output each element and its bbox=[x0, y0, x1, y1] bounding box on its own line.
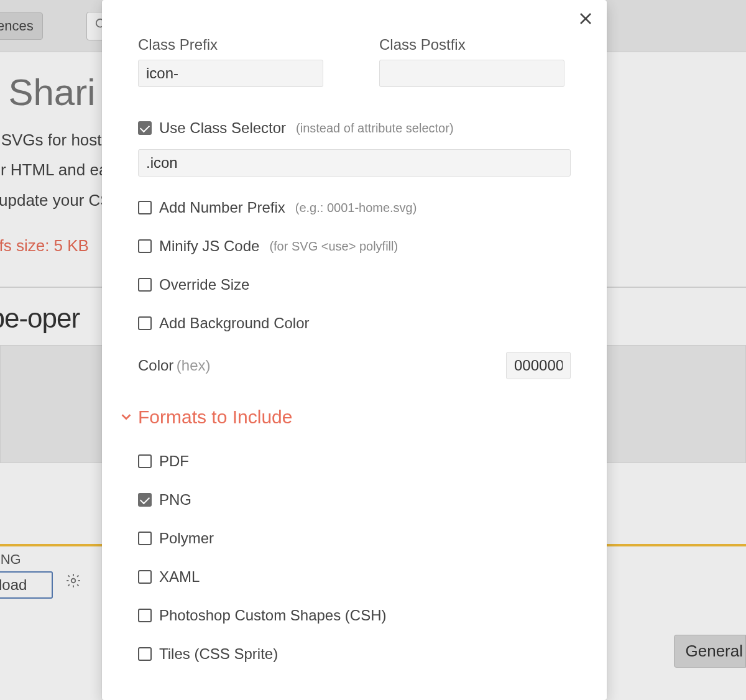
add-bg-color-row: Add Background Color bbox=[138, 315, 571, 332]
use-class-selector-hint: (instead of attribute selector) bbox=[296, 121, 453, 136]
format-polymer-label: Polymer bbox=[159, 530, 214, 547]
preferences-modal: Class Prefix Class Postfix Use Class Sel… bbox=[102, 0, 607, 700]
format-tiles-checkbox[interactable] bbox=[138, 647, 152, 661]
color-hint: (hex) bbox=[177, 357, 211, 374]
class-prefix-input[interactable] bbox=[138, 60, 323, 87]
formats-section-toggle[interactable]: Formats to Include bbox=[119, 407, 571, 428]
color-row: Color (hex) bbox=[138, 352, 571, 379]
format-tiles-label: Tiles (CSS Sprite) bbox=[159, 645, 278, 663]
format-polymer-row: Polymer bbox=[138, 530, 571, 547]
class-prefix-field: Class Prefix bbox=[138, 36, 329, 87]
add-number-prefix-label: Add Number Prefix bbox=[159, 199, 285, 216]
minify-js-checkbox[interactable] bbox=[138, 239, 152, 253]
format-pdf-checkbox[interactable] bbox=[138, 454, 152, 468]
format-png-row: PNG bbox=[138, 491, 571, 509]
override-size-label: Override Size bbox=[159, 276, 249, 293]
class-postfix-label: Class Postfix bbox=[379, 36, 571, 53]
format-tiles-row: Tiles (CSS Sprite) bbox=[138, 645, 571, 663]
format-xaml-row: XAML bbox=[138, 568, 571, 586]
formats-heading-label: Formats to Include bbox=[138, 407, 292, 428]
color-label: Color bbox=[138, 357, 173, 374]
add-bg-color-label: Add Background Color bbox=[159, 315, 309, 332]
formats-list: PDF PNG Polymer XAML Photoshop Custom Sh… bbox=[138, 453, 571, 663]
format-polymer-checkbox[interactable] bbox=[138, 532, 152, 545]
format-pdf-row: PDF bbox=[138, 453, 571, 470]
minify-js-hint: (for SVG <use> polyfill) bbox=[269, 239, 398, 254]
add-number-prefix-hint: (e.g.: 0001-home.svg) bbox=[295, 201, 417, 215]
use-class-selector-row: Use Class Selector (instead of attribute… bbox=[138, 119, 571, 137]
close-icon bbox=[578, 17, 593, 28]
close-button[interactable] bbox=[578, 11, 593, 29]
class-prefix-label: Class Prefix bbox=[138, 36, 329, 53]
minify-js-label: Minify JS Code bbox=[159, 237, 259, 255]
chevron-down-icon bbox=[119, 407, 133, 428]
add-number-prefix-checkbox[interactable] bbox=[138, 201, 152, 214]
format-png-checkbox[interactable] bbox=[138, 493, 152, 507]
format-csh-label: Photoshop Custom Shapes (CSH) bbox=[159, 607, 387, 624]
use-class-selector-checkbox[interactable] bbox=[138, 121, 152, 135]
format-xaml-checkbox[interactable] bbox=[138, 570, 152, 584]
override-size-checkbox[interactable] bbox=[138, 278, 152, 292]
color-input[interactable] bbox=[506, 352, 571, 379]
format-png-label: PNG bbox=[159, 491, 191, 509]
class-selector-input[interactable] bbox=[138, 149, 571, 177]
format-csh-row: Photoshop Custom Shapes (CSH) bbox=[138, 607, 571, 624]
override-size-row: Override Size bbox=[138, 276, 571, 293]
format-csh-checkbox[interactable] bbox=[138, 609, 152, 622]
add-number-prefix-row: Add Number Prefix (e.g.: 0001-home.svg) bbox=[138, 199, 571, 216]
format-pdf-label: PDF bbox=[159, 453, 189, 470]
use-class-selector-label: Use Class Selector bbox=[159, 119, 286, 137]
format-xaml-label: XAML bbox=[159, 568, 200, 586]
minify-js-row: Minify JS Code (for SVG <use> polyfill) bbox=[138, 237, 571, 255]
class-postfix-field: Class Postfix bbox=[379, 36, 571, 87]
class-postfix-input[interactable] bbox=[379, 60, 564, 87]
add-bg-color-checkbox[interactable] bbox=[138, 316, 152, 330]
